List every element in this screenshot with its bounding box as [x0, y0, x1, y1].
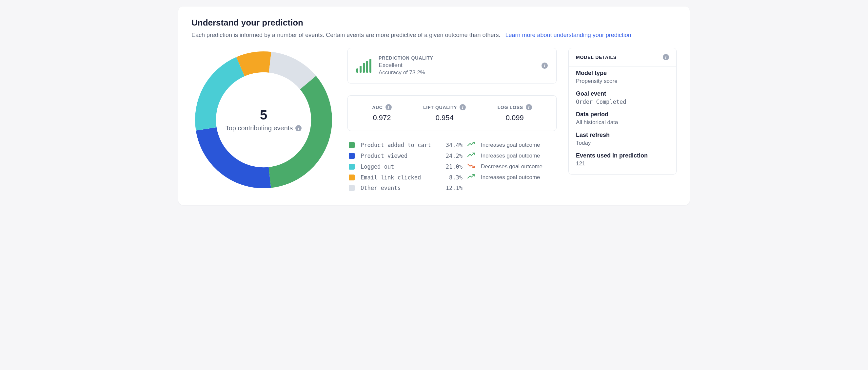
info-icon[interactable]: i — [460, 104, 466, 110]
field-label: Goal event — [576, 90, 669, 97]
metric-lift: LIFT QUALITY i 0.954 — [423, 104, 466, 122]
field-value: All historical data — [576, 119, 669, 126]
donut-label: Top contributing events — [225, 125, 293, 132]
metric-logloss: LOG LOSS i 0.099 — [498, 104, 532, 122]
contributor-row: Logged out21.0%Decreases goal outcome — [349, 163, 555, 170]
event-name: Product viewed — [361, 153, 435, 159]
event-name: Logged out — [361, 163, 435, 170]
section-subtitle: Each prediction is informed by a number … — [191, 32, 677, 39]
info-icon[interactable]: i — [663, 54, 669, 60]
donut-count: 5 — [260, 108, 267, 123]
quality-accuracy: Accuracy of 73.2% — [379, 69, 534, 76]
metric-auc: AUC i 0.972 — [372, 104, 392, 122]
donut-chart: 5 Top contributing events i — [191, 48, 336, 192]
direction-text: Decreases goal outcome — [481, 163, 555, 170]
learn-more-link[interactable]: Learn more about understanding your pred… — [505, 32, 631, 38]
trend-up-icon — [467, 152, 476, 159]
metric-value: 0.954 — [423, 113, 466, 122]
field-value: Today — [576, 140, 669, 146]
section-title: Understand your prediction — [191, 18, 677, 28]
info-icon[interactable]: i — [526, 104, 532, 110]
info-icon[interactable]: i — [541, 63, 548, 69]
event-name: Other events — [361, 185, 435, 191]
field-value: Propensity score — [576, 78, 669, 85]
event-name: Product added to cart — [361, 142, 435, 148]
prediction-insight-card: Understand your prediction Each predicti… — [178, 6, 690, 205]
model-details-heading: MODEL DETAILS — [576, 55, 617, 60]
metric-label: AUC — [372, 105, 382, 110]
subtitle-text: Each prediction is informed by a number … — [191, 32, 500, 38]
direction-text: Increases goal outcome — [481, 174, 555, 181]
color-swatch — [349, 142, 355, 148]
contributor-row: Product viewed24.2%Increases goal outcom… — [349, 152, 555, 159]
event-percent: 24.2% — [440, 153, 463, 159]
signal-bars-icon — [356, 59, 371, 73]
field-label: Data period — [576, 111, 669, 118]
event-percent: 12.1% — [440, 185, 463, 191]
metric-value: 0.972 — [372, 113, 392, 122]
event-percent: 8.3% — [440, 174, 463, 181]
metric-label: LIFT QUALITY — [423, 105, 457, 110]
info-icon[interactable]: i — [296, 125, 302, 131]
field-label: Events used in prediction — [576, 152, 669, 159]
direction-text: Increases goal outcome — [481, 142, 555, 148]
color-swatch — [349, 185, 355, 191]
contributors-list: Product added to cart34.4%Increases goal… — [347, 141, 557, 191]
model-details-panel: MODEL DETAILS i Model type Propensity sc… — [568, 48, 677, 174]
contributor-row: Email link clicked8.3%Increases goal out… — [349, 174, 555, 181]
donut-column: 5 Top contributing events i — [191, 48, 336, 192]
field-label: Model type — [576, 70, 669, 77]
color-swatch — [349, 153, 355, 159]
model-details-column: MODEL DETAILS i Model type Propensity sc… — [568, 48, 677, 174]
trend-up-icon — [467, 174, 476, 181]
quality-heading: PREDICTION QUALITY — [379, 55, 534, 61]
quality-rating: Excellent — [379, 62, 534, 69]
field-value: Order Completed — [576, 99, 669, 105]
metrics-panel: AUC i 0.972 LIFT QUALITY i 0.954 LOG LOS… — [347, 95, 557, 131]
color-swatch — [349, 174, 355, 180]
metric-label: LOG LOSS — [498, 105, 523, 110]
metric-value: 0.099 — [498, 113, 532, 122]
trend-down-icon — [467, 163, 476, 170]
field-value: 121 — [576, 161, 669, 167]
contributor-row: Other events12.1% — [349, 185, 555, 191]
event-name: Email link clicked — [361, 174, 435, 181]
contributor-row: Product added to cart34.4%Increases goal… — [349, 141, 555, 148]
event-percent: 34.4% — [440, 142, 463, 148]
metrics-column: PREDICTION QUALITY Excellent Accuracy of… — [347, 48, 557, 191]
direction-text: Increases goal outcome — [481, 153, 555, 159]
info-icon[interactable]: i — [385, 104, 392, 110]
prediction-quality-panel: PREDICTION QUALITY Excellent Accuracy of… — [347, 48, 557, 83]
color-swatch — [349, 164, 355, 170]
trend-up-icon — [467, 141, 476, 148]
event-percent: 21.0% — [440, 163, 463, 170]
field-label: Last refresh — [576, 132, 669, 138]
